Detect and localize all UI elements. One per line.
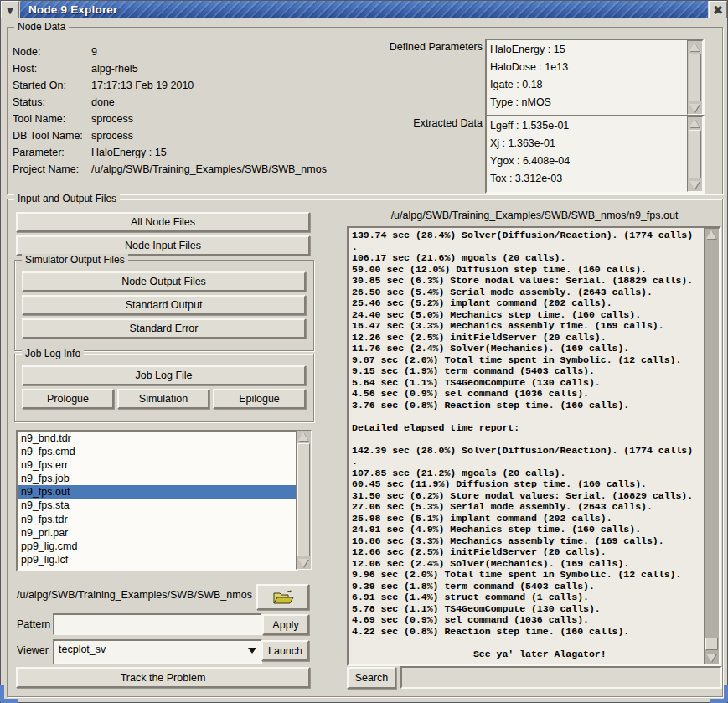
scroll-down-icon[interactable] [689,181,700,189]
browse-folder-button[interactable] [256,584,309,610]
field-row: Host:alpg-rhel5 [13,63,138,76]
tool-name-value: sprocess [91,113,133,125]
directory-path: /u/alpg/SWB/Training_Examples/SWB/SWB_nm… [17,589,252,601]
list-item[interactable]: pp9_lig.cmd [18,540,297,553]
field-row: Started On:17:17:13 Feb 19 2010 [13,80,194,93]
scroll-thumb[interactable] [689,54,701,101]
close-icon: ✖ [713,4,723,16]
close-button[interactable]: ✖ [709,1,727,18]
list-item[interactable]: pp9_lig.lcf [18,553,297,566]
file-list-scrollbar[interactable] [296,430,312,570]
node-data-legend: Node Data [14,21,69,33]
window-title: Node 9 Explorer [28,3,118,16]
db-tool-name-value: sprocess [91,130,133,142]
window-menu-button[interactable]: ▾ [1,1,19,18]
prologue-button[interactable]: Prologue [22,389,114,409]
pattern-input[interactable] [53,613,262,635]
extracted-data-box[interactable]: Lgeff : 1.535e-01 Xj : 1.363e-01 Ygox : … [485,115,705,194]
window: ▾ Node 9 Explorer ✖ Node Data Node:9 Hos… [0,0,728,703]
node-input-files-button[interactable]: Node Input Files [16,235,310,256]
scroll-up-icon[interactable] [689,43,700,51]
scroll-up-icon[interactable] [298,432,308,441]
file-viewer-panel: 139.74 sec (28.4%) Solver(Diffusion/Reac… [347,226,721,666]
defined-parameters-lines: HaloEnergy : 15 HaloDose : 1e13 Igate : … [490,41,687,114]
simulation-button[interactable]: Simulation [117,389,209,409]
defined-parameters-label: Defined Parameters [376,41,483,53]
started-on-value: 17:17:13 Feb 19 2010 [91,80,194,91]
project-name-value: /u/alpg/SWB/Training_Examples/SWB/SWB_nm… [91,163,327,175]
job-log-info-section: Job Log Info Job Log File Prologue Simul… [14,354,314,422]
list-item[interactable]: n9_bnd.tdr [18,432,297,445]
viewer-dropdown[interactable]: tecplot_sv [53,639,262,664]
job-log-file-button[interactable]: Job Log File [22,365,306,385]
chevron-down-icon: ▾ [7,4,13,16]
file-list[interactable]: n9_bnd.tdrn9_fps.cmdn9_fps.errn9_fps.job… [16,430,298,571]
scroll-up-icon[interactable] [706,230,716,239]
field-row: Node:9 [13,46,97,59]
simulator-output-files-section: Simulator Output Files Node Output Files… [14,260,314,351]
simulator-output-legend: Simulator Output Files [22,254,128,266]
field-row: Tool Name:sprocess [13,113,133,127]
scroll-thumb[interactable] [297,443,310,556]
file-path-header: /u/alpg/SWB/Training_Examples/SWB/SWB_nm… [347,209,722,221]
all-node-files-button[interactable]: All Node Files [16,212,310,232]
standard-output-button[interactable]: Standard Output [22,295,306,315]
search-button[interactable]: Search [347,667,396,689]
list-item[interactable]: n9_fps.tdr [18,513,297,526]
dropdown-arrow-icon[interactable] [245,644,258,656]
viewer-scrollbar[interactable] [704,228,720,664]
track-the-problem-button[interactable]: Track the Problem [16,667,310,688]
scroll-thumb[interactable] [705,638,718,650]
standard-error-button[interactable]: Standard Error [22,318,306,339]
job-log-legend: Job Log Info [22,348,84,359]
file-content[interactable]: 139.74 sec (28.4%) Solver(Diffusion/Reac… [349,228,705,659]
viewer-selected-value: tecplot_sv [59,644,106,655]
scrollbar[interactable] [687,116,703,192]
node-data-section: Node Data Node:9 Host:alpg-rhel5 Started… [7,27,723,194]
resize-handle-bottom-right[interactable] [710,685,728,703]
epilogue-button[interactable]: Epilogue [213,389,306,409]
list-item[interactable]: n9_fps.err [18,458,297,472]
list-item[interactable]: n9_fps.out [18,485,297,499]
field-row: Status:done [13,96,115,110]
scroll-down-icon[interactable] [689,104,700,112]
list-item[interactable]: n9_fps.job [18,472,297,485]
io-files-legend: Input and Output Files [14,193,120,204]
pattern-label: Pattern [17,618,50,630]
node-value: 9 [91,46,97,58]
search-input[interactable] [400,666,722,689]
parameter-value: HaloEnergy : 15 [91,147,167,158]
field-row: Parameter:HaloEnergy : 15 [13,147,167,160]
status-value: done [91,96,115,108]
io-files-section: Input and Output Files All Node Files No… [7,199,723,697]
field-row: Project Name:/u/alpg/SWB/Training_Exampl… [13,163,327,177]
field-row: DB Tool Name:sprocess [13,130,133,143]
scroll-down-icon[interactable] [706,654,716,662]
scrollbar[interactable] [687,40,703,115]
viewer-label: Viewer [17,644,49,656]
file-content-area[interactable]: 139.74 sec (28.4%) Solver(Diffusion/Reac… [349,228,705,664]
apply-button[interactable]: Apply [262,614,309,635]
list-item[interactable]: n9_fps.sta [18,499,297,512]
open-folder-icon [272,589,294,606]
node-output-files-button[interactable]: Node Output Files [22,271,306,292]
list-item[interactable]: n9_fps.cmd [18,445,297,458]
defined-parameters-box[interactable]: HaloEnergy : 15 HaloDose : 1e13 Igate : … [485,39,705,116]
scroll-down-icon[interactable] [298,559,308,567]
extracted-data-label: Extracted Data [376,117,483,129]
scroll-thumb[interactable] [689,130,701,178]
scroll-up-icon[interactable] [689,119,700,127]
title-bar[interactable]: Node 9 Explorer [20,1,708,18]
list-item[interactable]: n9_prl.par [18,526,297,540]
extracted-data-lines: Lgeff : 1.535e-01 Xj : 1.363e-01 Ygox : … [490,117,687,191]
resize-handle-bottom-left[interactable] [0,685,18,703]
host-value: alpg-rhel5 [91,63,138,75]
launch-button[interactable]: Launch [261,640,309,661]
